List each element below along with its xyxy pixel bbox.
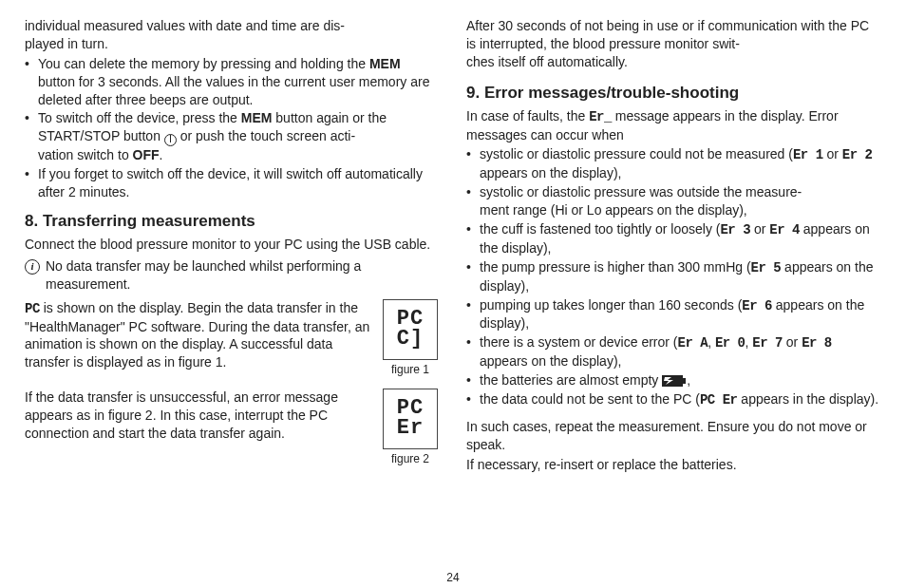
- text: If you forget to switch off the device, …: [38, 166, 423, 199]
- text: played in turn.: [25, 36, 108, 51]
- text: No data transfer may be launched whilst …: [46, 257, 440, 294]
- error-code: Er 6: [742, 298, 772, 313]
- paragraph: After 30 seconds of not being in use or …: [466, 17, 881, 71]
- off-label: OFF: [133, 147, 160, 162]
- power-icon: [164, 134, 177, 146]
- text: the pump pressure is higher than 300 mmH…: [480, 259, 751, 275]
- section-heading-errors: 9. Error messages/trouble-shooting: [466, 83, 881, 104]
- text: or: [568, 202, 587, 218]
- figure-1: PC C] figure 1: [381, 299, 440, 377]
- text: pumping up takes longer than 160 seconds…: [480, 297, 742, 313]
- right-column: After 30 seconds of not being in use or …: [466, 17, 881, 584]
- info-note: i No data transfer may be launched whils…: [25, 257, 440, 294]
- lcd-display-icon: PC C]: [383, 299, 438, 360]
- text: or: [823, 146, 842, 161]
- error-code: Er 1: [793, 147, 823, 162]
- error-code: Er 4: [769, 222, 800, 237]
- pc-symbol: PC: [25, 301, 40, 316]
- paragraph: In such cases, repeat the measurement. E…: [466, 418, 881, 454]
- text: the batteries are almost empty: [480, 372, 662, 388]
- paragraph: If the data transfer is unsuccessful, an…: [25, 389, 440, 443]
- text: individual measured values with date and…: [25, 18, 345, 33]
- lcd-line: C]: [397, 330, 424, 350]
- bullet-list: You can delete the memory by pressing an…: [25, 55, 440, 201]
- list-item: the cuff is fastened too tightly or loos…: [466, 220, 881, 257]
- list-item: systolic or diastolic pressure could not…: [466, 145, 881, 182]
- left-column: individual measured values with date and…: [25, 17, 440, 584]
- text: To switch off the device, press the: [38, 110, 241, 125]
- text: button for 3 seconds. All the values in …: [38, 74, 429, 107]
- list-item: If you forget to switch off the device, …: [25, 165, 440, 201]
- error-code: Lo: [587, 202, 602, 218]
- mem-label: MEM: [241, 110, 273, 125]
- text: or push the touch screen acti-: [177, 128, 355, 143]
- text: is shown on the display. Begin the data …: [25, 300, 369, 370]
- lcd-line: Er: [397, 419, 424, 439]
- list-item: To switch off the device, press the MEM …: [25, 109, 440, 164]
- paragraph: If necessary, re-insert or replace the b…: [466, 456, 881, 474]
- text: systolic or diastolic pressure could not…: [480, 146, 793, 161]
- error-code: Er 0: [715, 335, 746, 351]
- text: there is a system or device error (: [480, 334, 678, 350]
- error-code: Er 2: [842, 147, 873, 162]
- text: ,: [708, 334, 715, 350]
- text: ,: [687, 372, 690, 388]
- error-code: Er 5: [751, 260, 782, 275]
- paragraph: PC is shown on the display. Begin the da…: [25, 299, 440, 372]
- text: the cuff is fastened too tightly or loos…: [480, 221, 720, 237]
- page-number: 24: [0, 571, 906, 584]
- battery-low-icon: [662, 374, 687, 388]
- figure-caption: figure 2: [381, 451, 440, 466]
- list-item: there is a system or device error (Er A,…: [466, 333, 881, 370]
- text: or: [783, 334, 802, 350]
- error-code: PC Er: [700, 392, 738, 408]
- section-heading-transfer: 8. Transferring measurements: [25, 211, 440, 233]
- lcd-display-icon: PC Er: [383, 389, 438, 449]
- error-code: Er 7: [752, 335, 783, 351]
- list-item: systolic or diastolic pressure was outsi…: [466, 183, 881, 219]
- text: After 30 seconds of not being in use or …: [466, 18, 869, 51]
- bullet-list: systolic or diastolic pressure could not…: [466, 145, 881, 409]
- text: You can delete the memory by pressing an…: [38, 56, 369, 71]
- list-item: pumping up takes longer than 160 seconds…: [466, 296, 881, 333]
- list-item: You can delete the memory by pressing an…: [25, 55, 440, 109]
- text: systolic or diastolic pressure was outsi…: [480, 184, 802, 199]
- text: appears on the display),: [480, 165, 621, 180]
- text: vation switch to: [38, 147, 133, 162]
- text: .: [160, 147, 163, 162]
- error-code: Er 8: [802, 335, 832, 351]
- transfer-block: PC C] figure 1 PC is shown on the displa…: [25, 299, 440, 383]
- text: the data could not be sent to the PC (: [480, 391, 700, 407]
- svg-rect-1: [683, 378, 686, 384]
- info-icon: i: [25, 259, 40, 275]
- error-code: Hi: [555, 202, 567, 218]
- text: In case of faults, the: [466, 108, 589, 123]
- paragraph: Connect the blood pressure monitor to yo…: [25, 236, 440, 254]
- error-code: Er A: [678, 335, 708, 351]
- mem-label: MEM: [369, 56, 401, 71]
- transfer-error-block: PC Er figure 2 If the data transfer is u…: [25, 389, 440, 472]
- paragraph: In case of faults, the Er_ message appea…: [466, 107, 881, 144]
- error-code: Er_: [589, 109, 612, 124]
- figure-2: PC Er figure 2: [381, 389, 440, 466]
- text: appears on the display),: [601, 202, 746, 218]
- list-item: the pump pressure is higher than 300 mmH…: [466, 258, 881, 295]
- paragraph: individual measured values with date and…: [25, 17, 440, 53]
- text: ches itself off automatically.: [466, 54, 628, 69]
- list-item: the data could not be sent to the PC (PC…: [466, 390, 881, 409]
- error-code: Er 3: [720, 222, 750, 237]
- figure-caption: figure 1: [381, 362, 440, 377]
- text: or: [750, 221, 769, 237]
- text: ment range (: [480, 202, 555, 218]
- manual-page: individual measured values with date and…: [0, 0, 906, 588]
- text: appears on the display),: [480, 353, 621, 369]
- text: appears in the display).: [737, 391, 878, 407]
- list-item: the batteries are almost empty ,: [466, 371, 881, 389]
